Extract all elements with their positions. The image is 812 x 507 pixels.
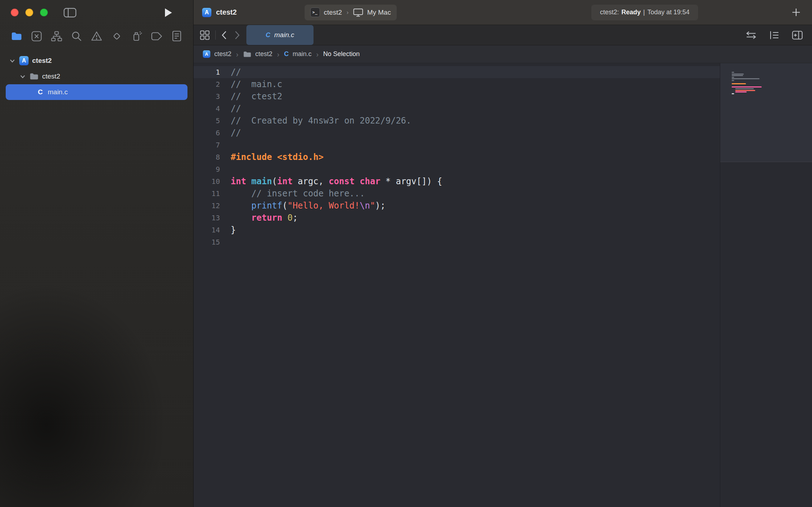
- line-number[interactable]: 3: [194, 90, 231, 102]
- code-text[interactable]: //: [231, 66, 241, 78]
- test-navigator-icon[interactable]: [109, 28, 125, 44]
- line-number[interactable]: 13: [194, 212, 231, 224]
- xcode-project-icon: A: [19, 56, 29, 65]
- chevron-down-icon[interactable]: [9, 59, 16, 63]
- tab-main-c[interactable]: C main.c: [246, 25, 314, 45]
- project-navigator-icon[interactable]: [9, 28, 24, 44]
- terminal-icon: >_: [310, 7, 320, 17]
- scheme-destination[interactable]: My Mac: [367, 9, 391, 16]
- tree-row-file-selected[interactable]: C main.c: [6, 84, 187, 100]
- line-number[interactable]: 2: [194, 78, 231, 90]
- line-number[interactable]: 9: [194, 163, 231, 175]
- breadcrumb-item-project[interactable]: ctest2: [214, 50, 231, 58]
- tree-row-project[interactable]: A ctest2: [0, 53, 193, 69]
- code-line[interactable]: 12 printf("Hello, World!\n");: [194, 200, 720, 212]
- code-review-icon[interactable]: [746, 31, 757, 39]
- code-line[interactable]: 1//: [194, 66, 720, 78]
- breadcrumb-item-group[interactable]: ctest2: [255, 50, 272, 58]
- line-number[interactable]: 12: [194, 200, 231, 212]
- sidebar-toggle-button[interactable]: [64, 8, 76, 17]
- chevron-right-icon: ›: [235, 51, 239, 58]
- minimize-button[interactable]: [25, 9, 33, 16]
- code-line[interactable]: 9: [194, 163, 720, 175]
- close-button[interactable]: [11, 9, 19, 16]
- minimap[interactable]: [720, 63, 812, 507]
- code-line[interactable]: 4//: [194, 102, 720, 115]
- code-text[interactable]: int main(int argc, const char * argv[]) …: [231, 175, 442, 187]
- back-chevron-icon[interactable]: [221, 31, 227, 40]
- run-button[interactable]: [164, 8, 172, 17]
- code-line[interactable]: 5// Created by 4nsw3r on 2022/9/26.: [194, 115, 720, 127]
- code-text[interactable]: // ctest2: [231, 90, 282, 102]
- line-number[interactable]: 4: [194, 102, 231, 115]
- chevron-right-icon: ›: [346, 9, 350, 16]
- code-line[interactable]: 8#include <stdio.h>: [194, 151, 720, 163]
- chevron-down-icon[interactable]: [19, 75, 26, 79]
- line-number[interactable]: 10: [194, 175, 231, 187]
- code-text[interactable]: // Created by 4nsw3r on 2022/9/26.: [231, 115, 411, 127]
- minimap-line: [732, 93, 734, 94]
- status-separator: |: [643, 9, 645, 16]
- source-control-navigator-icon[interactable]: [29, 28, 44, 44]
- open-editors-grid-icon[interactable]: [200, 30, 210, 40]
- code-text[interactable]: // main.c: [231, 78, 282, 90]
- folder-icon: [30, 73, 39, 80]
- minimap-line: [732, 83, 746, 84]
- report-navigator-icon[interactable]: [169, 28, 185, 44]
- code-line[interactable]: 3// ctest2: [194, 90, 720, 102]
- c-file-icon: C: [38, 88, 43, 96]
- plus-icon: [792, 8, 801, 17]
- code-line[interactable]: 11 // insert code here...: [194, 187, 720, 200]
- chevron-right-icon: ›: [276, 51, 280, 58]
- xcode-project-icon: A: [202, 8, 211, 17]
- code-text[interactable]: return 0;: [231, 212, 298, 224]
- code-line[interactable]: 7: [194, 139, 720, 151]
- breadcrumb-item-file[interactable]: main.c: [292, 50, 311, 58]
- tree-row-group[interactable]: ctest2: [0, 69, 193, 84]
- status-project: ctest2:: [600, 9, 619, 16]
- minimap-line: [732, 72, 734, 73]
- issue-navigator-icon[interactable]: [89, 28, 105, 44]
- add-editor-icon[interactable]: [792, 31, 803, 40]
- xcode-project-icon: A: [203, 50, 210, 58]
- folder-icon: [243, 51, 251, 57]
- code-text[interactable]: //: [231, 102, 241, 115]
- code-lines[interactable]: 1//2// main.c3// ctest24//5// Created by…: [194, 63, 720, 507]
- code-line[interactable]: 13 return 0;: [194, 212, 720, 224]
- minimap-line: [735, 88, 754, 89]
- line-number[interactable]: 6: [194, 127, 231, 139]
- zoom-button[interactable]: [40, 9, 48, 16]
- editor-options-icon[interactable]: [770, 31, 779, 40]
- code-line[interactable]: 2// main.c: [194, 78, 720, 90]
- line-number[interactable]: 11: [194, 187, 231, 200]
- symbol-navigator-icon[interactable]: [49, 28, 64, 44]
- xcode-window: A ctest2 ctest2 C main.c A: [0, 0, 812, 507]
- tree-group-label: ctest2: [42, 72, 60, 80]
- activity-status[interactable]: ctest2: Ready | Today at 19:54: [591, 5, 698, 20]
- breakpoint-navigator-icon[interactable]: [149, 28, 165, 44]
- code-line[interactable]: 10int main(int argc, const char * argv[]…: [194, 175, 720, 187]
- line-number[interactable]: 15: [194, 236, 231, 248]
- code-text[interactable]: // insert code here...: [231, 187, 365, 200]
- code-line[interactable]: 14}: [194, 224, 720, 236]
- find-navigator-icon[interactable]: [69, 28, 84, 44]
- code-text[interactable]: }: [231, 224, 236, 236]
- scheme-name[interactable]: ctest2: [324, 9, 342, 16]
- line-number[interactable]: 1: [194, 66, 231, 78]
- line-number[interactable]: 14: [194, 224, 231, 236]
- code-line[interactable]: 6//: [194, 127, 720, 139]
- code-line[interactable]: 15: [194, 236, 720, 248]
- toolbar-project-title: A ctest2: [202, 8, 237, 17]
- debug-navigator-icon[interactable]: [129, 28, 145, 44]
- breadcrumb-no-selection[interactable]: No Selection: [323, 50, 360, 58]
- code-text[interactable]: #include <stdio.h>: [231, 151, 324, 163]
- divider: [215, 30, 216, 40]
- line-number[interactable]: 5: [194, 115, 231, 127]
- line-number[interactable]: 7: [194, 139, 231, 151]
- code-text[interactable]: //: [231, 127, 241, 139]
- scheme-selector[interactable]: >_ ctest2 › My Mac: [305, 5, 397, 20]
- code-text[interactable]: printf("Hello, World!\n");: [231, 200, 386, 212]
- forward-chevron-icon[interactable]: [235, 31, 240, 40]
- line-number[interactable]: 8: [194, 151, 231, 163]
- library-add-button[interactable]: [792, 8, 801, 17]
